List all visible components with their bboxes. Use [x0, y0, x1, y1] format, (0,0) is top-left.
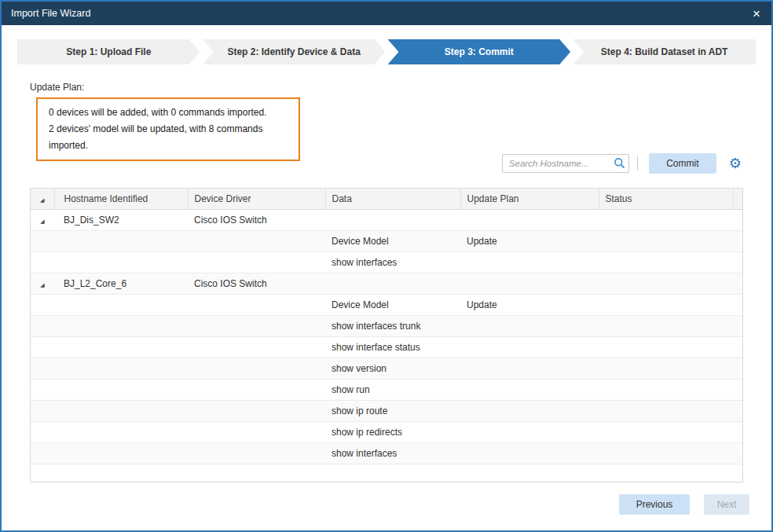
data-row[interactable]: Device ModelUpdate	[31, 230, 742, 251]
close-icon[interactable]: ×	[751, 7, 762, 20]
data-cell: show run	[325, 379, 460, 400]
row-gutter-cell	[733, 336, 742, 358]
device-driver-cell	[188, 379, 325, 400]
data-row[interactable]: show interfaces	[31, 442, 742, 464]
table-toolbar: Commit ⚙	[2, 153, 742, 174]
device-driver-cell: Cisco IOS Switch	[188, 273, 325, 294]
hostname-cell	[54, 442, 188, 464]
commit-button[interactable]: Commit	[649, 153, 716, 174]
data-row[interactable]: show interface status	[31, 336, 742, 358]
next-button[interactable]: Next	[704, 494, 749, 515]
status-cell	[599, 379, 733, 400]
collapse-row-icon[interactable]: ◢	[40, 218, 44, 225]
row-gutter-cell	[733, 294, 742, 315]
update-plan-cell	[460, 421, 599, 442]
search-field-wrap	[502, 154, 629, 173]
import-file-wizard-dialog: Import File Wizard × Step 1: Upload File…	[0, 0, 773, 532]
column-header-device-driver[interactable]: Device Driver	[188, 189, 325, 209]
device-driver-cell	[188, 336, 325, 358]
gear-icon[interactable]: ⚙	[729, 156, 742, 171]
status-cell	[599, 442, 733, 464]
update-plan-cell	[460, 379, 599, 400]
device-driver-cell	[188, 421, 325, 442]
row-gutter-cell	[733, 273, 742, 294]
data-row[interactable]: show interfaces	[31, 251, 742, 273]
column-header-update-plan[interactable]: Update Plan	[460, 189, 599, 209]
data-row[interactable]: show interfaces trunk	[31, 315, 742, 336]
step-label: Step 1: Upload File	[66, 46, 151, 57]
update-plan-summary: 0 devices will be added, with 0 commands…	[36, 97, 300, 161]
header-expand-cell: ◢	[31, 189, 54, 209]
update-plan-cell	[460, 251, 599, 273]
device-driver-cell	[188, 251, 325, 273]
update-plan-cell	[460, 400, 599, 421]
data-cell: show version	[325, 358, 460, 379]
data-row[interactable]: show run	[31, 379, 742, 400]
data-row[interactable]: show version	[31, 358, 742, 379]
status-cell	[599, 315, 733, 336]
collapse-row-icon[interactable]: ◢	[40, 282, 44, 288]
hostname-cell	[54, 315, 188, 336]
row-expand-cell: ◢	[31, 209, 54, 230]
step-label: Step 4: Build Dataset in ADT	[601, 46, 728, 57]
step-2-identify-device-and-data[interactable]: Step 2: Identify Device & Data	[203, 39, 386, 64]
previous-button[interactable]: Previous	[619, 494, 690, 515]
row-gutter-cell	[733, 358, 742, 379]
data-cell: show ip route	[325, 400, 460, 421]
device-driver-cell	[188, 442, 325, 464]
data-cell: show ip redirects	[325, 421, 460, 442]
hostname-cell	[54, 379, 188, 400]
window-title: Import File Wizard	[11, 8, 90, 19]
group-row[interactable]: ◢BJ_Dis_SW2Cisco IOS Switch	[31, 209, 742, 230]
data-cell: show interface status	[325, 336, 460, 358]
collapse-all-icon[interactable]: ◢	[40, 197, 44, 204]
hostname-cell: BJ_L2_Core_6	[54, 273, 188, 294]
search-input[interactable]	[502, 154, 629, 173]
status-cell	[599, 251, 733, 273]
row-gutter-cell	[733, 400, 742, 421]
data-row[interactable]: show ip redirects	[31, 421, 742, 442]
row-gutter-cell	[733, 315, 742, 336]
data-cell: show interfaces trunk	[325, 315, 460, 336]
column-header-hostname-identified[interactable]: Hostname Identified	[54, 189, 188, 209]
row-expand-cell	[31, 379, 54, 400]
status-cell	[599, 209, 733, 230]
hostname-cell	[54, 294, 188, 315]
row-gutter-cell	[733, 251, 742, 273]
data-cell	[325, 209, 460, 230]
data-row[interactable]: Device ModelUpdate	[31, 294, 742, 315]
row-expand-cell	[31, 421, 54, 442]
update-plan-cell	[460, 273, 599, 294]
update-plan-cell: Update	[460, 230, 599, 251]
device-driver-cell	[188, 358, 325, 379]
status-cell	[599, 421, 733, 442]
data-row[interactable]: show ip route	[31, 400, 742, 421]
row-expand-cell	[31, 251, 54, 273]
footer: Previous Next	[2, 494, 771, 530]
row-gutter-cell	[733, 230, 742, 251]
update-plan-cell: Update	[460, 294, 599, 315]
step-4-build-dataset-in-adt[interactable]: Step 4: Build Dataset in ADT	[573, 39, 756, 64]
hostname-cell	[54, 358, 188, 379]
wizard-steps: Step 1: Upload File Step 2: Identify Dev…	[17, 39, 756, 64]
column-header-data[interactable]: Data	[325, 189, 460, 209]
group-row[interactable]: ◢BJ_L2_Core_6Cisco IOS Switch	[31, 273, 742, 294]
hostname-cell	[54, 230, 188, 251]
device-driver-cell	[188, 294, 325, 315]
data-cell: Device Model	[325, 294, 460, 315]
update-plan-line: 2 devices' model will be updated, with 8…	[49, 121, 288, 154]
results-table: ◢ Hostname Identified Device Driver Data…	[30, 188, 743, 482]
row-gutter-cell	[733, 421, 742, 442]
step-label: Step 3: Commit	[445, 46, 514, 57]
step-3-commit[interactable]: Step 3: Commit	[388, 39, 571, 64]
column-header-status[interactable]: Status	[599, 189, 733, 209]
hostname-cell	[54, 251, 188, 273]
step-1-upload-file[interactable]: Step 1: Upload File	[17, 39, 200, 64]
update-plan-cell	[460, 336, 599, 358]
step-label: Step 2: Identify Device & Data	[227, 46, 360, 57]
hostname-cell: BJ_Dis_SW2	[54, 209, 188, 230]
device-driver-cell	[188, 315, 325, 336]
search-icon[interactable]	[614, 157, 625, 172]
update-plan-line: 0 devices will be added, with 0 commands…	[49, 105, 288, 121]
row-expand-cell	[31, 358, 54, 379]
